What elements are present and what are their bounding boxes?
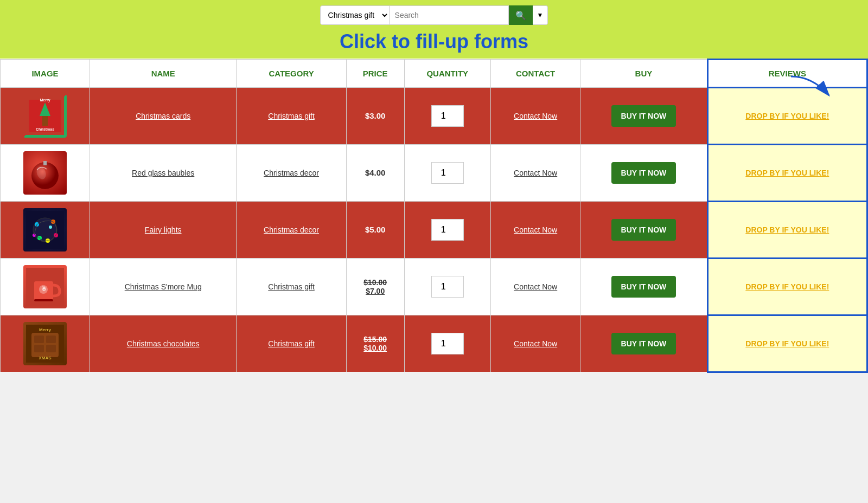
search-category-select[interactable]: Christmas gift <box>320 5 390 25</box>
product-name-cell: Christmas S'more Mug <box>90 259 237 315</box>
table-wrapper: IMAGE NAME CATEGORY PRICE QUANTITY CONTA… <box>0 59 868 373</box>
search-dropdown-button[interactable]: ▼ <box>533 5 548 25</box>
product-name-cell: Fairy lights <box>90 202 237 259</box>
buy-now-button[interactable]: BUY IT NOW <box>611 219 676 241</box>
col-reviews: REVIEWS <box>707 60 867 88</box>
svg-rect-4 <box>42 116 48 126</box>
product-contact-cell: Contact Now <box>490 315 580 372</box>
svg-rect-29 <box>34 345 44 352</box>
product-price-cell: $4.00 <box>346 145 404 202</box>
quantity-input[interactable] <box>431 333 464 354</box>
reviews-link[interactable]: DROP BY IF YOU LIKE! <box>745 112 829 120</box>
product-image: Merry XMAS <box>23 322 67 365</box>
product-quantity-cell <box>404 315 490 372</box>
product-reviews-cell: DROP BY IF YOU LIKE! <box>707 145 867 202</box>
top-bar: Christmas gift 🔍 ▼ Click to fill-up form… <box>0 0 868 59</box>
product-price-cell: $10.00$7.00 <box>346 259 404 315</box>
product-reviews-cell: DROP BY IF YOU LIKE! <box>707 202 867 259</box>
product-price: $4.00 <box>365 168 386 177</box>
product-price: $15.00$10.00 <box>351 335 400 352</box>
product-buy-cell: BUY IT NOW <box>580 88 707 145</box>
product-category-link[interactable]: Christmas gift <box>268 282 315 291</box>
click-banner: Click to fill-up forms <box>340 27 528 59</box>
svg-text:Merry: Merry <box>40 98 50 102</box>
reviews-link[interactable]: DROP BY IF YOU LIKE! <box>745 225 829 234</box>
product-reviews-cell: DROP BY IF YOU LIKE! <box>707 259 867 315</box>
product-quantity-cell <box>404 259 490 315</box>
svg-rect-9 <box>43 161 47 165</box>
contact-link[interactable]: Contact Now <box>514 225 557 234</box>
product-name-cell: Red glass baubles <box>90 145 237 202</box>
quantity-input[interactable] <box>431 276 464 298</box>
buy-now-button[interactable]: BUY IT NOW <box>611 105 676 127</box>
product-category-cell: Christmas decor <box>237 145 346 202</box>
product-category-cell: Christmas gift <box>237 315 346 372</box>
contact-link[interactable]: Contact Now <box>514 282 557 291</box>
svg-rect-28 <box>46 336 56 343</box>
product-image-cell: Merry XMAS <box>1 315 90 372</box>
quantity-input[interactable] <box>431 162 464 184</box>
buy-now-button[interactable]: BUY IT NOW <box>611 162 676 184</box>
reviews-link[interactable]: DROP BY IF YOU LIKE! <box>745 282 829 291</box>
product-price-cell: $3.00 <box>346 88 404 145</box>
contact-link[interactable]: Contact Now <box>514 339 557 348</box>
product-price: $5.00 <box>365 225 386 234</box>
product-buy-cell: BUY IT NOW <box>580 202 707 259</box>
search-button[interactable]: 🔍 <box>509 5 533 25</box>
product-contact-cell: Contact Now <box>490 202 580 259</box>
product-category-cell: Christmas decor <box>237 202 346 259</box>
quantity-input[interactable] <box>431 105 464 127</box>
product-category-link[interactable]: Christmas gift <box>268 339 315 348</box>
col-category: CATEGORY <box>237 60 346 88</box>
svg-point-19 <box>49 225 52 229</box>
product-name-link[interactable]: Christmas cards <box>136 112 190 120</box>
svg-rect-30 <box>46 345 56 352</box>
svg-text:☃: ☃ <box>41 286 46 292</box>
product-name-link[interactable]: Fairy lights <box>145 225 182 234</box>
product-category-cell: Christmas gift <box>237 259 346 315</box>
product-price: $10.00$7.00 <box>351 278 400 295</box>
product-reviews-cell: DROP BY IF YOU LIKE! <box>707 315 867 372</box>
search-area: Christmas gift 🔍 ▼ <box>320 5 548 25</box>
col-quantity: QUANTITY <box>404 60 490 88</box>
product-price-cell: $5.00 <box>346 202 404 259</box>
product-price: $3.00 <box>365 111 386 120</box>
svg-text:Merry: Merry <box>39 327 51 332</box>
table-row: Merry Christmas Christmas cardsChristmas… <box>1 88 867 145</box>
product-category-link[interactable]: Christmas gift <box>268 112 315 120</box>
table-row: Fairy lightsChristmas decor$5.00Contact … <box>1 202 867 259</box>
search-input[interactable] <box>390 5 509 25</box>
product-contact-cell: Contact Now <box>490 259 580 315</box>
product-quantity-cell <box>404 202 490 259</box>
product-category-link[interactable]: Christmas decor <box>264 225 319 234</box>
reviews-link[interactable]: DROP BY IF YOU LIKE! <box>745 339 829 348</box>
table-row: Red glass baublesChristmas decor$4.00Con… <box>1 145 867 202</box>
col-contact: CONTACT <box>490 60 580 88</box>
product-buy-cell: BUY IT NOW <box>580 315 707 372</box>
svg-rect-27 <box>34 336 44 343</box>
col-image: IMAGE <box>1 60 90 88</box>
product-category-link[interactable]: Christmas decor <box>264 169 319 177</box>
product-image-cell: Merry Christmas <box>1 88 90 145</box>
product-buy-cell: BUY IT NOW <box>580 145 707 202</box>
table-header-row: IMAGE NAME CATEGORY PRICE QUANTITY CONTA… <box>1 60 867 88</box>
col-price: PRICE <box>346 60 404 88</box>
product-name-link[interactable]: Red glass baubles <box>132 169 194 177</box>
product-name-link[interactable]: Christmas chocolates <box>127 339 200 348</box>
product-reviews-cell: DROP BY IF YOU LIKE! <box>707 88 867 145</box>
reviews-link[interactable]: DROP BY IF YOU LIKE! <box>745 169 829 177</box>
contact-link[interactable]: Contact Now <box>514 169 557 177</box>
product-name-link[interactable]: Christmas S'more Mug <box>125 282 202 291</box>
product-image <box>23 208 67 252</box>
buy-now-button[interactable]: BUY IT NOW <box>611 333 676 354</box>
buy-now-button[interactable]: BUY IT NOW <box>611 276 676 298</box>
col-buy: BUY <box>580 60 707 88</box>
product-image-cell <box>1 145 90 202</box>
product-image-cell <box>1 202 90 259</box>
quantity-input[interactable] <box>431 219 464 241</box>
contact-link[interactable]: Contact Now <box>514 112 557 120</box>
product-quantity-cell <box>404 88 490 145</box>
product-price-cell: $15.00$10.00 <box>346 315 404 372</box>
svg-rect-22 <box>34 299 53 301</box>
product-quantity-cell <box>404 145 490 202</box>
